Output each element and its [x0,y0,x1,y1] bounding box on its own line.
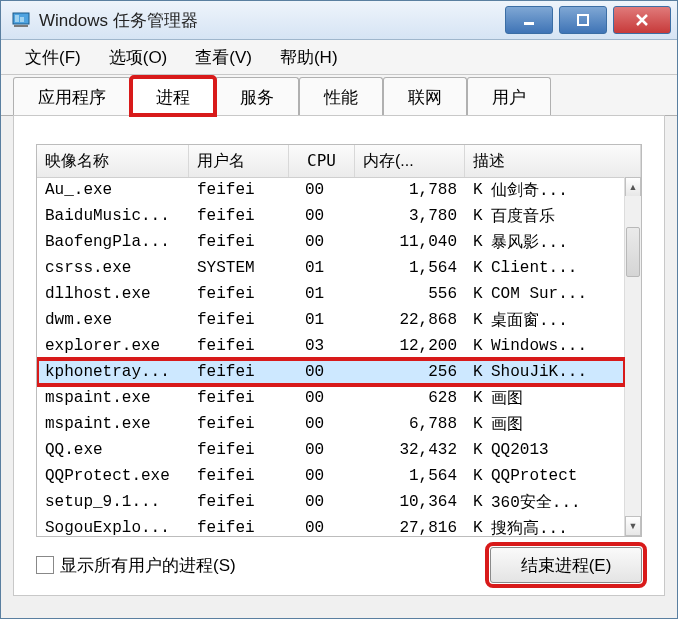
menu-options[interactable]: 选项(O) [95,46,182,69]
cell-cpu: 00 [289,207,355,225]
table-row[interactable]: SogouExplo...feifei0027,816K搜狗高... [37,515,625,536]
cell-cpu: 00 [289,441,355,459]
scroll-thumb[interactable] [626,227,640,277]
col-memory[interactable]: 内存(... [355,145,465,177]
cell-mem: 27,816 [355,519,465,536]
cell-image: QQProtect.exe [37,467,189,485]
cell-image: Au_.exe [37,181,189,199]
cell-mem-unit: K [465,493,483,511]
vertical-scrollbar[interactable]: ▲ ▼ [624,177,641,536]
cell-cpu: 00 [289,363,355,381]
cell-cpu: 00 [289,415,355,433]
col-image-name[interactable]: 映像名称 [37,145,189,177]
table-row[interactable]: QQProtect.exefeifei001,564KQQProtect [37,463,625,489]
cell-mem: 1,564 [355,259,465,277]
cell-desc: 画图 [483,414,625,435]
table-row[interactable]: mspaint.exefeifei006,788K画图 [37,411,625,437]
cell-user: feifei [189,311,289,329]
cell-mem: 628 [355,389,465,407]
cell-mem-unit: K [465,467,483,485]
cell-desc: 桌面窗... [483,310,625,331]
menubar: 文件(F) 选项(O) 查看(V) 帮助(H) [1,40,677,75]
cell-mem: 3,780 [355,207,465,225]
tab-users[interactable]: 用户 [467,77,551,115]
cell-image: BaiduMusic... [37,207,189,225]
col-description[interactable]: 描述 [465,145,641,177]
cell-cpu: 01 [289,285,355,303]
cell-mem-unit: K [465,441,483,459]
menu-file[interactable]: 文件(F) [11,46,95,69]
cell-mem-unit: K [465,415,483,433]
tab-services[interactable]: 服务 [215,77,299,115]
table-row[interactable]: explorer.exefeifei0312,200KWindows... [37,333,625,359]
tab-performance[interactable]: 性能 [299,77,383,115]
end-process-button[interactable]: 结束进程(E) [490,547,642,583]
process-table: 映像名称 用户名 CPU 内存(... 描述 Au_.exefeifei001,… [36,144,642,537]
close-button[interactable] [613,6,671,34]
cell-user: feifei [189,181,289,199]
cell-mem-unit: K [465,233,483,251]
cell-mem: 1,564 [355,467,465,485]
menu-help[interactable]: 帮助(H) [266,46,352,69]
scroll-up-button[interactable]: ▲ [625,177,641,196]
table-row[interactable]: Au_.exefeifei001,788K仙剑奇... [37,177,625,203]
cell-user: feifei [189,441,289,459]
cell-image: SogouExplo... [37,519,189,536]
scroll-down-button[interactable]: ▼ [625,516,641,536]
table-row[interactable]: BaofengPla...feifei0011,040K暴风影... [37,229,625,255]
table-row[interactable]: mspaint.exefeifei00628K画图 [37,385,625,411]
cell-mem: 32,432 [355,441,465,459]
cell-mem: 11,040 [355,233,465,251]
cell-image: BaofengPla... [37,233,189,251]
col-cpu[interactable]: CPU [289,145,355,177]
table-row[interactable]: kphonetray...feifei00256KShouJiK... [37,359,625,385]
window-buttons [505,6,671,34]
cell-image: QQ.exe [37,441,189,459]
show-all-users-label[interactable]: 显示所有用户的进程(S) [60,554,236,577]
cell-mem-unit: K [465,363,483,381]
menu-view[interactable]: 查看(V) [181,46,266,69]
table-body: Au_.exefeifei001,788K仙剑奇...BaiduMusic...… [37,177,625,536]
cell-cpu: 01 [289,311,355,329]
cell-mem: 22,868 [355,311,465,329]
cell-user: feifei [189,233,289,251]
table-row[interactable]: QQ.exefeifei0032,432KQQ2013 [37,437,625,463]
cell-user: feifei [189,389,289,407]
cell-cpu: 00 [289,181,355,199]
table-row[interactable]: csrss.exeSYSTEM011,564KClient... [37,255,625,281]
table-row[interactable]: BaiduMusic...feifei003,780K百度音乐 [37,203,625,229]
cell-mem-unit: K [465,389,483,407]
minimize-button[interactable] [505,6,553,34]
cell-image: mspaint.exe [37,415,189,433]
cell-mem-unit: K [465,337,483,355]
svg-rect-1 [15,15,19,22]
titlebar[interactable]: Windows 任务管理器 [1,1,677,40]
tab-networking[interactable]: 联网 [383,77,467,115]
cell-desc: Client... [483,259,625,277]
maximize-button[interactable] [559,6,607,34]
cell-cpu: 00 [289,233,355,251]
tab-applications[interactable]: 应用程序 [13,77,131,115]
col-user[interactable]: 用户名 [189,145,289,177]
show-all-users-checkbox[interactable] [36,556,54,574]
cell-desc: Windows... [483,337,625,355]
cell-image: dllhost.exe [37,285,189,303]
cell-desc: 搜狗高... [483,518,625,537]
cell-user: SYSTEM [189,259,289,277]
cell-desc: 暴风影... [483,232,625,253]
tab-content: 映像名称 用户名 CPU 内存(... 描述 Au_.exefeifei001,… [13,115,665,596]
cell-mem-unit: K [465,311,483,329]
table-row[interactable]: setup_9.1...feifei0010,364K360安全... [37,489,625,515]
svg-rect-5 [578,15,588,25]
cell-cpu: 00 [289,467,355,485]
cell-user: feifei [189,519,289,536]
table-row[interactable]: dwm.exefeifei0122,868K桌面窗... [37,307,625,333]
tab-processes[interactable]: 进程 [131,77,215,115]
cell-mem: 12,200 [355,337,465,355]
svg-rect-2 [20,17,24,22]
table-row[interactable]: dllhost.exefeifei01556KCOM Sur... [37,281,625,307]
svg-rect-3 [14,25,28,27]
cell-cpu: 03 [289,337,355,355]
cell-cpu: 00 [289,389,355,407]
table-header: 映像名称 用户名 CPU 内存(... 描述 [37,145,641,178]
